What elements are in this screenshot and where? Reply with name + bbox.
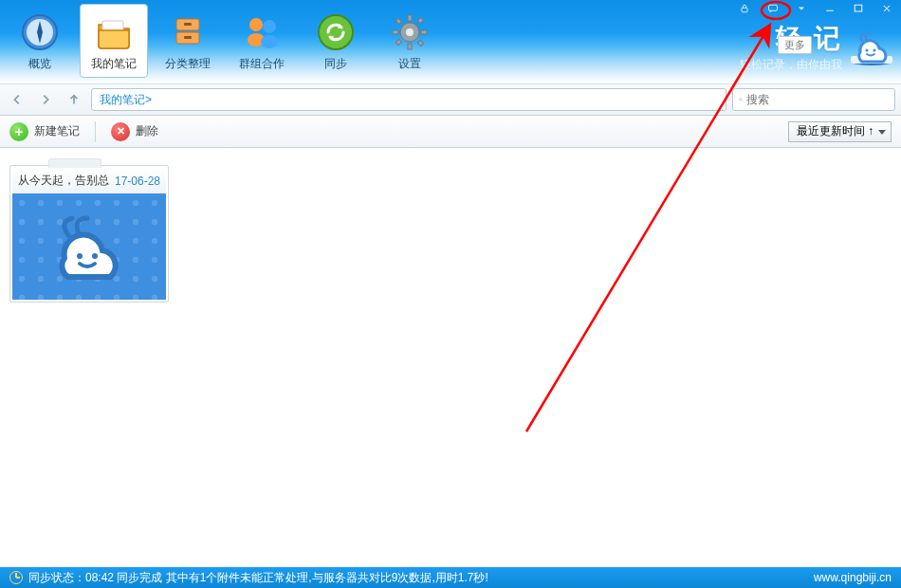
app-header: 概览 我的笔记 分类整理 <box>0 0 901 83</box>
note-title: 从今天起，告别总 <box>18 173 109 189</box>
lock-icon[interactable] <box>730 0 759 17</box>
new-note-button[interactable]: 新建笔记 <box>9 122 80 141</box>
svg-point-8 <box>38 30 42 34</box>
svg-rect-23 <box>421 30 427 34</box>
svg-point-18 <box>319 15 353 49</box>
gear-icon <box>388 10 432 54</box>
toolbar-settings[interactable]: 设置 <box>376 4 444 78</box>
sync-icon <box>314 10 358 54</box>
brand-area: 更多 轻 记 轻松记录，由你由我 <box>740 21 895 73</box>
svg-point-17 <box>261 35 278 48</box>
delete-label: 删除 <box>136 123 158 139</box>
toolbar-groups-label: 群组合作 <box>239 56 285 72</box>
breadcrumb[interactable]: 我的笔记> <box>91 88 726 111</box>
app-subtitle: 轻松记录，由你由我 <box>740 57 842 73</box>
svg-point-32 <box>873 48 875 51</box>
svg-rect-13 <box>184 36 192 39</box>
toolbar-my-notes-label: 我的笔记 <box>91 56 137 72</box>
action-row: 新建笔记 删除 最近更新时间 ↑ <box>0 116 901 148</box>
status-text: 同步状态：08:42 同步完成 其中有1个附件未能正常处理,与服务器共对比9次数… <box>28 570 488 586</box>
note-card-tab <box>48 158 101 168</box>
people-icon <box>240 10 284 54</box>
svg-point-15 <box>263 20 276 33</box>
app-logo-icon <box>848 27 895 68</box>
note-date: 17-06-28 <box>115 175 160 188</box>
toolbar-categories-label: 分类整理 <box>165 56 211 72</box>
nav-forward-button[interactable] <box>34 88 57 111</box>
svg-point-38 <box>92 253 98 259</box>
dropdown-menu-button[interactable] <box>787 0 816 17</box>
svg-point-14 <box>249 18 263 31</box>
drawer-icon <box>166 10 210 54</box>
svg-point-31 <box>865 48 868 51</box>
svg-rect-3 <box>855 5 862 11</box>
main-toolbar: 概览 我的笔记 分类整理 <box>0 0 450 83</box>
svg-rect-26 <box>417 17 423 23</box>
svg-rect-12 <box>184 23 192 26</box>
maximize-button[interactable] <box>844 0 873 17</box>
more-tooltip: 更多 <box>778 36 812 54</box>
search-input[interactable] <box>746 93 889 106</box>
svg-rect-22 <box>393 30 398 34</box>
clock-icon <box>9 571 23 584</box>
svg-point-28 <box>406 28 414 36</box>
svg-rect-1 <box>769 5 778 10</box>
nav-row: 我的笔记> <box>0 83 901 116</box>
svg-rect-0 <box>742 8 747 12</box>
svg-rect-24 <box>395 18 401 24</box>
nav-up-button[interactable] <box>63 88 85 111</box>
window-control-bar <box>730 0 901 17</box>
sort-select[interactable]: 最近更新时间 ↑ <box>788 121 892 142</box>
x-circle-icon <box>111 122 130 141</box>
svg-rect-21 <box>408 44 412 49</box>
toolbar-groups[interactable]: 群组合作 <box>228 4 296 78</box>
folder-icon <box>92 10 136 54</box>
divider <box>95 121 96 142</box>
toolbar-my-notes[interactable]: 我的笔记 <box>80 4 148 78</box>
breadcrumb-text: 我的笔记> <box>100 92 152 108</box>
status-url-link[interactable]: www.qingbiji.cn <box>814 571 892 584</box>
search-field[interactable] <box>732 88 895 111</box>
toolbar-settings-label: 设置 <box>398 56 421 72</box>
toolbar-overview[interactable]: 概览 <box>6 4 74 78</box>
delete-button[interactable]: 删除 <box>111 122 158 141</box>
svg-rect-25 <box>417 40 423 46</box>
minimize-button[interactable] <box>816 0 844 17</box>
toolbar-categories[interactable]: 分类整理 <box>154 4 222 78</box>
sort-select-value: 最近更新时间 ↑ <box>797 123 873 139</box>
nav-back-button[interactable] <box>6 88 28 111</box>
status-bar: 同步状态：08:42 同步完成 其中有1个附件未能正常处理,与服务器共对比9次数… <box>0 567 901 588</box>
search-icon <box>739 93 743 106</box>
note-card[interactable]: 从今天起，告别总 17-06-28 <box>9 165 169 303</box>
plus-circle-icon <box>9 122 28 141</box>
note-thumbnail <box>12 193 166 300</box>
new-note-label: 新建笔记 <box>34 123 80 139</box>
svg-point-35 <box>740 99 742 101</box>
svg-rect-20 <box>408 15 412 21</box>
compass-icon <box>18 10 62 54</box>
note-grid: 从今天起，告别总 17-06-28 <box>0 148 901 567</box>
toolbar-sync-label: 同步 <box>324 56 347 72</box>
toolbar-sync[interactable]: 同步 <box>302 4 370 78</box>
svg-point-37 <box>77 253 83 259</box>
feedback-icon[interactable] <box>759 0 787 17</box>
close-button[interactable] <box>873 0 901 17</box>
svg-rect-27 <box>395 39 401 45</box>
svg-line-36 <box>742 101 743 101</box>
toolbar-overview-label: 概览 <box>28 56 51 72</box>
